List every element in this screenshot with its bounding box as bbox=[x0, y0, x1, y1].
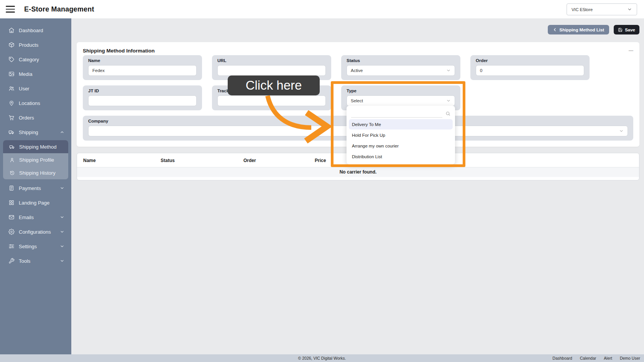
sidebar-item-label: Settings bbox=[19, 244, 56, 249]
sidebar-item-label: Shipping Profile bbox=[19, 157, 54, 163]
sidebar-item-label: Landing Page bbox=[19, 200, 64, 206]
jt-id-input[interactable] bbox=[88, 95, 197, 106]
sidebar: Dashboard Products Category Media User L… bbox=[0, 18, 71, 354]
sliders-icon bbox=[8, 243, 15, 249]
chevron-left-icon bbox=[553, 28, 557, 32]
chevron-up-icon bbox=[60, 130, 64, 134]
name-label: Name bbox=[88, 58, 197, 63]
tracking-key-input[interactable] bbox=[217, 95, 326, 106]
sidebar-item-shipping-history[interactable]: Shipping History bbox=[3, 166, 68, 179]
status-select-value: Active bbox=[351, 68, 363, 73]
store-selector[interactable]: VIC EStore bbox=[567, 3, 637, 15]
main-content: Shipping Method List Save Shipping Metho… bbox=[71, 18, 644, 354]
type-select-value: Select bbox=[351, 98, 363, 103]
card-title: Shipping Method Information bbox=[83, 48, 154, 54]
hamburger-menu-icon[interactable] bbox=[6, 6, 15, 13]
footer-copyright: © 2026, VIC Digital Works. bbox=[0, 356, 644, 360]
sidebar-item-label: Category bbox=[19, 57, 64, 62]
sidebar-item-configurations[interactable]: Configurations bbox=[0, 224, 71, 239]
footer-link-demo-user[interactable]: Demo User bbox=[620, 356, 640, 360]
sidebar-item-label: Tools bbox=[19, 258, 56, 264]
history-icon bbox=[9, 170, 15, 176]
truck-icon bbox=[9, 144, 15, 150]
order-label: Order bbox=[476, 58, 584, 63]
chevron-down-icon bbox=[60, 229, 64, 234]
type-dropdown-panel: Delivery To Me Hold For Pick Up Arrange … bbox=[347, 106, 455, 164]
sidebar-item-media[interactable]: Media bbox=[0, 67, 71, 81]
save-button[interactable]: Save bbox=[614, 25, 639, 34]
column-header-name: Name bbox=[83, 158, 161, 163]
order-fieldbox: Order bbox=[470, 55, 590, 80]
sidebar-item-tools[interactable]: Tools bbox=[0, 254, 71, 268]
sidebar-item-label: Locations bbox=[19, 100, 64, 106]
sidebar-item-locations[interactable]: Locations bbox=[0, 96, 71, 110]
sidebar-item-landing-page[interactable]: Landing Page bbox=[0, 195, 71, 210]
users-icon bbox=[8, 85, 15, 92]
column-header-status: Status bbox=[161, 158, 243, 163]
dropdown-option-delivery-to-me[interactable]: Delivery To Me bbox=[349, 119, 453, 129]
form-grid: Name URL Status Active Order JT ID bbox=[83, 55, 633, 110]
grid-icon bbox=[8, 200, 15, 206]
type-label: Type bbox=[347, 88, 455, 93]
sidebar-item-payments[interactable]: Payments bbox=[0, 181, 71, 195]
footer-link-calendar[interactable]: Calendar bbox=[580, 356, 596, 360]
invoice-icon bbox=[8, 185, 15, 191]
name-input[interactable] bbox=[88, 65, 197, 76]
dropdown-option-hold-for-pick-up[interactable]: Hold For Pick Up bbox=[349, 130, 453, 140]
sidebar-item-shipping-profile[interactable]: Shipping Profile bbox=[3, 153, 68, 166]
sidebar-item-shipping-method[interactable]: Shipping Method bbox=[3, 140, 68, 153]
sidebar-item-products[interactable]: Products bbox=[0, 38, 71, 52]
dropdown-search-input[interactable] bbox=[351, 109, 442, 118]
sidebar-item-user[interactable]: User bbox=[0, 81, 71, 96]
page-actions: Shipping Method List Save bbox=[548, 25, 639, 34]
footer-link-dashboard[interactable]: Dashboard bbox=[552, 356, 572, 360]
cart-icon bbox=[8, 115, 15, 121]
person-icon bbox=[9, 157, 15, 163]
sidebar-item-emails[interactable]: Emails bbox=[0, 210, 71, 224]
mail-icon bbox=[8, 214, 15, 220]
type-select[interactable]: Select bbox=[347, 95, 455, 106]
click-here-tooltip: Click here bbox=[228, 75, 320, 95]
jt-id-label: JT ID bbox=[88, 88, 197, 93]
shipping-method-list-button-label: Shipping Method List bbox=[559, 28, 604, 32]
tag-icon bbox=[8, 56, 15, 62]
dropdown-search-row bbox=[347, 106, 455, 119]
sidebar-item-dashboard[interactable]: Dashboard bbox=[0, 23, 71, 38]
sidebar-item-settings[interactable]: Settings bbox=[0, 239, 71, 254]
truck-icon bbox=[8, 129, 15, 135]
sidebar-item-label: User bbox=[19, 86, 64, 92]
chevron-down-icon bbox=[627, 7, 632, 12]
box-icon bbox=[8, 42, 15, 48]
sidebar-item-category[interactable]: Category bbox=[0, 52, 71, 67]
dropdown-option-distribution-list[interactable]: Distribution List bbox=[349, 151, 453, 162]
chevron-down-icon bbox=[60, 215, 64, 219]
sidebar-item-label: Emails bbox=[19, 215, 56, 220]
sidebar-item-label: Shipping History bbox=[19, 170, 56, 176]
status-fieldbox: Status Active bbox=[341, 55, 460, 80]
sidebar-item-orders[interactable]: Orders bbox=[0, 110, 71, 125]
chevron-down-icon bbox=[60, 186, 64, 190]
wrench-icon bbox=[8, 258, 15, 264]
dropdown-option-arrange-my-own-courier[interactable]: Arrange my own courier bbox=[349, 141, 453, 151]
chevron-down-icon bbox=[619, 129, 624, 133]
home-icon bbox=[8, 27, 15, 33]
collapse-icon[interactable]: — bbox=[629, 48, 633, 53]
order-input[interactable] bbox=[476, 65, 584, 76]
footer-links: Dashboard Calendar Alert Demo User bbox=[552, 356, 644, 360]
chevron-down-icon bbox=[60, 244, 64, 249]
sidebar-item-shipping[interactable]: Shipping bbox=[0, 125, 71, 139]
status-select[interactable]: Active bbox=[347, 65, 455, 76]
url-label: URL bbox=[217, 58, 326, 63]
status-label: Status bbox=[347, 58, 455, 63]
sidebar-item-label: Shipping bbox=[19, 129, 56, 135]
map-pin-icon bbox=[8, 100, 15, 106]
shipping-method-list-button[interactable]: Shipping Method List bbox=[548, 25, 609, 34]
sidebar-item-label: Shipping Method bbox=[19, 144, 57, 150]
search-icon bbox=[445, 111, 450, 116]
footer-link-alert[interactable]: Alert bbox=[604, 356, 612, 360]
chevron-down-icon bbox=[446, 98, 451, 103]
sidebar-item-label: Configurations bbox=[19, 229, 56, 235]
app-header: E-Store Management VIC EStore bbox=[0, 0, 644, 18]
card-header: Shipping Method Information — bbox=[83, 46, 633, 55]
url-input[interactable] bbox=[217, 65, 326, 76]
